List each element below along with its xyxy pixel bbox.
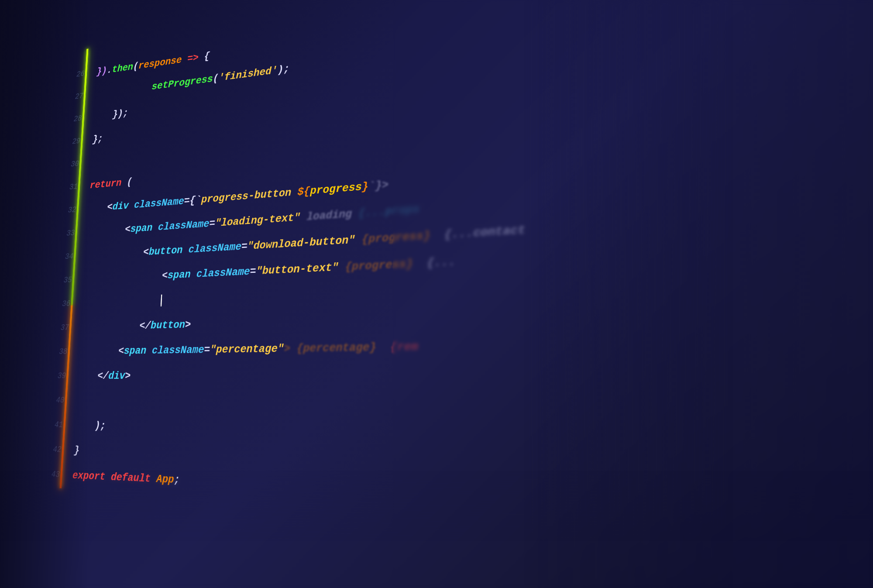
- screen: 26 27 28 29 30 31 32 33 34 35 36 37 38 3…: [0, 0, 873, 588]
- code-container: 26 27 28 29 30 31 32 33 34 35 36 37 38 3…: [27, 0, 873, 588]
- code-lines: }) . then ( response => { setProgress ( …: [55, 0, 873, 588]
